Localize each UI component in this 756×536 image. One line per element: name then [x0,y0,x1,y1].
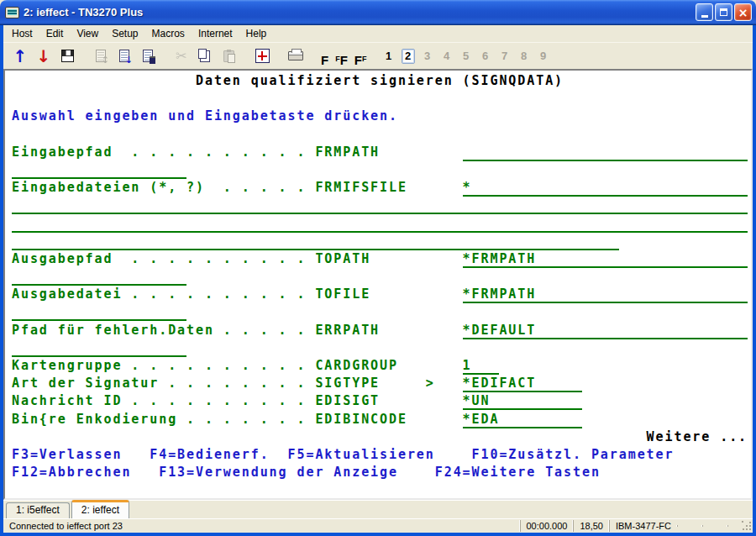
copy-icon[interactable] [195,46,215,66]
screen-text: > [426,376,435,391]
screen-text: Ausgabedatei . . . . . . . . . . TOFILE [12,286,370,302]
terminal-row: Art der Signatur . . . . . . . . SIGTYPE… [12,375,751,392]
screen-text [12,73,196,88]
toolbar: ↑↓✂FFFFF123456789 [3,42,753,69]
close-button[interactable]: × [734,3,752,21]
input-field[interactable] [12,197,748,214]
cut-icon: ✂ [176,50,186,63]
terminal-row [12,303,751,321]
cut-icon: ✂ [171,46,192,66]
terminal-row: Eingabedateien (*, ?) . . . . . FRMIFSFI… [12,179,751,197]
input-field[interactable] [12,304,186,321]
input-field[interactable] [472,180,748,197]
terminal-row: Nachricht ID . . . . . . . . . . EDISIGT… [12,392,751,410]
receive-file-icon [96,50,106,62]
paste-icon [218,46,239,66]
input-field[interactable]: *FRMPATH [463,251,537,268]
input-field[interactable]: *DEFAULT [463,323,537,339]
input-field[interactable] [12,216,748,233]
receive-file-icon [91,46,111,66]
terminal-row: F12=Abbrechen F13=Verwendung der Anzeige… [12,464,751,481]
input-field[interactable] [536,251,748,268]
menu-item-edit[interactable]: Edit [39,26,71,41]
terminal-row: Weitere ... [12,428,751,446]
font-smaller-button[interactable]: FF [333,46,349,66]
input-field[interactable] [463,145,748,161]
terminal-row [12,197,751,214]
save-icon[interactable] [57,46,77,66]
menu-item-view[interactable]: View [70,26,105,41]
terminal-row: Eingabepfad . . . . . . . . . . FRMPATH [12,144,751,161]
screen-text [370,251,463,266]
screen-text: Daten qualifiziert signieren (SIGNQDATA) [196,73,564,88]
input-field[interactable]: *UN [463,393,491,410]
print-icon [288,51,303,60]
window-title: 2: ieffect - TN3270 Plus [24,6,143,18]
menu-item-setup[interactable]: Setup [105,26,144,41]
screen-text [380,145,463,160]
minimize-button[interactable] [696,3,713,21]
font-normal-button[interactable]: F [319,46,330,66]
session-button-4: 4 [440,49,454,64]
terminal-row [12,268,751,286]
session-tab-2[interactable]: 2: ieffect [71,500,129,518]
screen-text: Auswahl eingeben und Eingabetaste drücke… [12,108,398,123]
input-field[interactable] [536,286,748,303]
input-field[interactable] [499,412,582,428]
maximize-button[interactable] [715,3,732,21]
terminal-row [12,481,751,499]
terminal-screen[interactable]: Daten qualifiziert signieren (SIGNQDATA)… [3,69,753,500]
session-button-1[interactable]: 1 [382,49,396,64]
save-icon [61,50,74,62]
session-tab-bar: 1: i5effect2: ieffect [3,500,753,518]
terminal-row: Daten qualifiziert signieren (SIGNQDATA) [12,72,751,90]
font-letter: F [340,54,348,66]
input-field[interactable] [472,358,500,375]
font-larger-button[interactable]: FF [353,46,369,66]
screen-text: Bin{re Enkodierung . . . . . . . EDIBINC… [12,412,407,427]
screen-text [380,323,463,338]
print-icon[interactable] [286,46,306,66]
terminal-row [12,215,751,233]
menu-item-macros[interactable]: Macros [145,26,192,41]
input-field[interactable]: *FRMPATH [463,286,537,303]
send-file-icon[interactable] [114,46,134,66]
upload-icon[interactable]: ↑ [10,46,30,66]
capture-screen-icon[interactable] [138,46,158,66]
download-icon[interactable]: ↓ [34,46,54,66]
fit-screen-icon[interactable] [252,46,272,66]
font-letter-small: F [362,55,367,63]
screen-text: Weitere ... [647,429,748,444]
close-icon: × [738,7,748,18]
session-button-2[interactable]: 2 [402,49,415,64]
menu-bar: HostEditViewSetupMacrosInternetHelp [3,25,753,42]
input-field[interactable]: * [463,180,472,197]
input-field[interactable] [490,393,582,410]
input-field[interactable] [12,269,186,286]
input-field[interactable] [12,234,619,250]
input-field[interactable]: 1 [463,358,472,375]
terminal-row [12,161,751,179]
menu-item-host[interactable]: Host [5,26,39,41]
status-timer: 00:00.000 [520,520,574,532]
paste-icon [223,50,234,62]
input-field[interactable]: *EDIFACT [463,376,537,392]
session-button-3: 3 [421,49,434,64]
terminal-row [12,339,751,357]
input-field[interactable] [536,376,582,392]
screen-text [380,393,463,408]
menu-item-internet[interactable]: Internet [192,26,239,41]
menu-item-help[interactable]: Help [239,26,274,41]
screen-text: Kartengruppe . . . . . . . . . . CARDGRO… [12,358,398,373]
maximize-icon [720,8,727,16]
input-field[interactable] [536,323,748,339]
input-field[interactable]: *EDA [463,412,500,428]
status-terminal-type: IBM-3477-FC [609,520,677,532]
session-tab-1[interactable]: 1: i5effect [6,502,70,518]
resize-grip[interactable] [742,521,752,531]
screen-text [407,180,463,195]
minimize-icon [701,15,708,18]
input-field[interactable] [12,162,186,179]
input-field[interactable] [12,340,186,357]
terminal-row: Ausgabepfad . . . . . . . . . . TOPATH *… [12,250,751,268]
